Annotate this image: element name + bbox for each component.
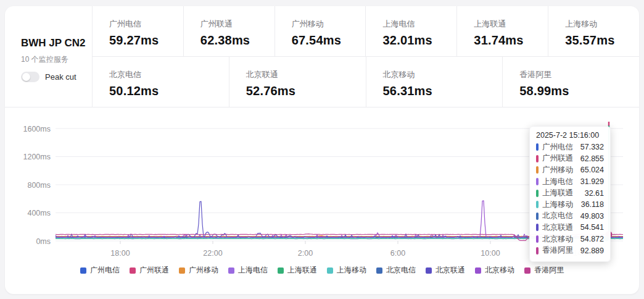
stats-grid: 广州电信59.27ms广州联通62.38ms广州移动67.54ms上海电信32.… — [93, 6, 639, 107]
legend-marker-icon — [327, 267, 333, 274]
tooltip-series-name: 北京联通 — [542, 222, 573, 233]
tooltip-row: 上海电信31.929 — [536, 176, 604, 188]
tooltip-series-value: 54.541 — [580, 223, 604, 232]
legend-item[interactable]: 广州电信 — [75, 265, 125, 276]
stat-value: 62.38ms — [200, 33, 275, 48]
tooltip-series-marker-icon — [536, 247, 539, 255]
legend-item[interactable]: 北京联通 — [421, 265, 470, 276]
legend-item[interactable]: 广州移动 — [174, 265, 223, 276]
tooltip-row: 北京移动54.872 — [536, 234, 604, 245]
chart-legend: 广州电信广州联通广州移动上海电信上海联通上海移动北京电信北京联通北京移动香港阿里 — [5, 265, 639, 276]
tooltip-row: 广州移动65.024 — [536, 164, 604, 176]
tooltip-series-value: 32.61 — [585, 189, 604, 198]
tooltip-series-name: 北京移动 — [542, 234, 573, 245]
stat-label: 北京联通 — [246, 69, 366, 80]
tooltip-series-marker-icon — [536, 178, 539, 185]
stat-label: 上海移动 — [565, 19, 639, 30]
y-axis-tick: 400ms — [27, 209, 51, 217]
legend-marker-icon — [179, 267, 185, 274]
legend-label: 广州电信 — [90, 265, 120, 276]
tooltip-series-value: 31.929 — [580, 177, 604, 186]
tooltip-row: 上海移动36.118 — [536, 199, 604, 211]
tooltip-series-marker-icon — [536, 224, 539, 231]
tooltip-series-marker-icon — [536, 155, 539, 162]
tooltip-series-name: 广州电信 — [542, 142, 573, 153]
legend-marker-icon — [228, 267, 234, 274]
stat-cell: 上海电信32.01ms — [365, 6, 456, 56]
y-axis-tick: 1200ms — [23, 153, 51, 161]
tooltip-series-value: 62.855 — [580, 154, 604, 163]
tooltip-series-marker-icon — [536, 235, 539, 243]
stat-cell: 广州联通62.38ms — [183, 6, 275, 56]
tooltip-row: 上海联通32.61 — [536, 187, 604, 199]
x-axis-tick: 10:00 — [481, 249, 500, 258]
tooltip-rows: 广州电信57.332广州联通62.855广州移动65.024上海电信31.929… — [536, 141, 604, 256]
legend-item[interactable]: 香港阿里 — [519, 265, 569, 276]
legend-marker-icon — [80, 267, 86, 274]
tooltip-series-value: 49.803 — [580, 212, 604, 221]
tooltip-row: 广州联通62.855 — [536, 153, 604, 165]
tooltip-series-value: 54.872 — [580, 235, 604, 243]
legend-item[interactable]: 北京电信 — [371, 265, 421, 276]
legend-item[interactable]: 广州联通 — [125, 265, 174, 276]
legend-label: 北京联通 — [436, 265, 465, 276]
stat-value: 35.57ms — [565, 33, 639, 48]
legend-item[interactable]: 上海电信 — [223, 265, 273, 276]
legend-marker-icon — [278, 267, 284, 274]
tooltip-timestamp: 2025-7-2 15:16:00 — [536, 131, 604, 140]
tooltip-row: 北京电信49.803 — [536, 211, 604, 222]
stat-value: 31.74ms — [474, 33, 548, 48]
stat-value: 32.01ms — [382, 33, 456, 48]
tooltip-series-name: 广州联通 — [542, 153, 573, 164]
stat-value: 56.31ms — [383, 84, 503, 98]
tooltip-series-name: 上海联通 — [542, 188, 573, 198]
legend-label: 上海联通 — [287, 265, 317, 276]
tooltip-series-name: 上海移动 — [542, 200, 573, 210]
x-axis-tick: 18:00 — [110, 249, 130, 258]
service-panel: BWH JP CN2 10 个监控服务 Peak cut — [5, 6, 93, 107]
x-axis-tick: 6:00 — [390, 249, 405, 258]
peak-cut-toggle[interactable] — [21, 72, 39, 82]
stat-cell: 香港阿里58.99ms — [502, 57, 639, 107]
stat-cell: 上海移动35.57ms — [548, 6, 639, 56]
legend-marker-icon — [524, 267, 530, 274]
legend-item[interactable]: 北京移动 — [470, 265, 519, 276]
tooltip-series-name: 香港阿里 — [542, 245, 573, 256]
stat-cell: 广州电信59.27ms — [93, 6, 183, 56]
y-axis-tick: 1600ms — [23, 125, 51, 133]
stat-label: 香港阿里 — [519, 69, 639, 80]
stat-cell: 北京联通52.76ms — [229, 57, 366, 107]
legend-item[interactable]: 上海联通 — [273, 265, 322, 276]
stats-row-1: 广州电信59.27ms广州联通62.38ms广州移动67.54ms上海电信32.… — [93, 6, 639, 57]
stat-cell: 上海联通31.74ms — [456, 6, 548, 56]
stat-cell: 广州移动67.54ms — [275, 6, 366, 56]
legend-label: 上海电信 — [238, 265, 268, 276]
y-axis-tick: 0ms — [36, 237, 51, 246]
stat-label: 上海联通 — [474, 19, 548, 30]
x-axis-tick: 2:00 — [298, 249, 313, 258]
y-axis-tick: 800ms — [27, 181, 51, 190]
tooltip-series-marker-icon — [536, 213, 539, 220]
stat-cell: 北京移动56.31ms — [366, 57, 503, 107]
stats-header: BWH JP CN2 10 个监控服务 Peak cut 广州电信59.27ms… — [5, 6, 639, 107]
stat-cell: 北京电信50.12ms — [93, 57, 229, 107]
stat-value: 58.99ms — [519, 84, 639, 98]
stats-row-2: 北京电信50.12ms北京联通52.76ms北京移动56.31ms香港阿里58.… — [93, 57, 639, 107]
tooltip-series-marker-icon — [536, 201, 539, 208]
stat-value: 67.54ms — [292, 33, 366, 48]
stat-value: 50.12ms — [109, 84, 229, 98]
tooltip-series-value: 65.024 — [580, 166, 604, 174]
legend-marker-icon — [130, 267, 136, 274]
page-title: BWH JP CN2 — [21, 37, 92, 49]
stat-label: 广州移动 — [292, 19, 366, 30]
stat-value: 52.76ms — [246, 84, 366, 98]
tooltip-row: 香港阿里92.889 — [536, 245, 604, 256]
tooltip-series-value: 92.889 — [580, 246, 604, 255]
legend-label: 北京移动 — [485, 265, 514, 276]
legend-marker-icon — [376, 267, 382, 274]
tooltip-series-value: 57.332 — [580, 143, 604, 151]
chart-tooltip: 2025-7-2 15:16:00 广州电信57.332广州联通62.855广州… — [529, 126, 611, 262]
legend-item[interactable]: 上海移动 — [322, 265, 371, 276]
x-axis-tick: 22:00 — [203, 249, 222, 258]
legend-label: 上海移动 — [337, 265, 366, 276]
